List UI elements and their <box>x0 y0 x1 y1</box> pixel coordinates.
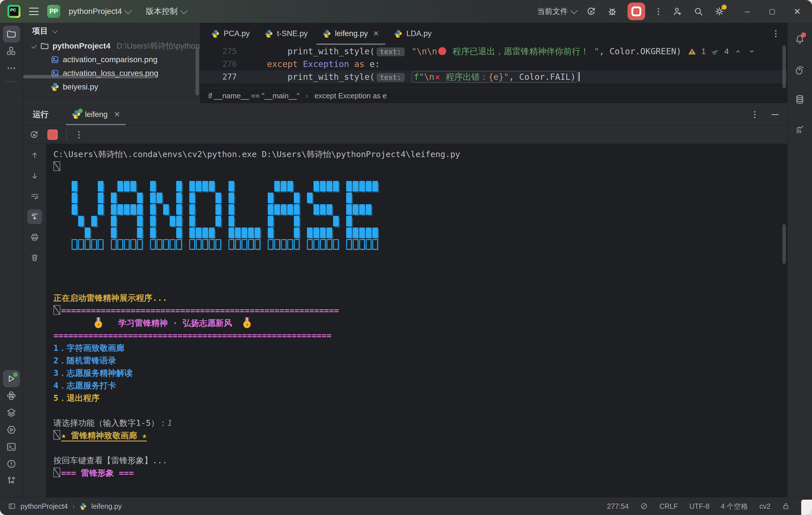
stop-icon[interactable] <box>48 129 58 140</box>
tab-options-icon[interactable] <box>772 30 779 37</box>
indent-setting[interactable]: 4 个空格 <box>721 502 748 511</box>
line-ending[interactable]: CRLF <box>659 502 678 511</box>
database-icon[interactable] <box>791 91 808 108</box>
editor-tab-leifeng-py[interactable]: leifeng.py✕ <box>315 23 386 45</box>
rerun-icon[interactable] <box>585 6 597 17</box>
console-text: 1 <box>167 418 172 428</box>
art-cell <box>215 204 221 215</box>
interpreter[interactable]: cv2 <box>759 502 771 511</box>
art-cell <box>294 204 299 215</box>
rerun-icon[interactable] <box>29 130 39 140</box>
close-button[interactable]: ✕ <box>792 6 802 17</box>
structure-tool-icon[interactable] <box>3 42 20 60</box>
ai-assistant-icon[interactable] <box>791 61 808 78</box>
art-cell <box>111 204 117 215</box>
lock-icon[interactable] <box>782 502 790 510</box>
editor-tab-PCA-py[interactable]: PCA.py <box>204 23 257 45</box>
art-cell <box>235 239 241 250</box>
run-panel-options-icon[interactable] <box>751 111 758 118</box>
scroll-down-icon[interactable] <box>27 169 42 183</box>
file-encoding[interactable]: UTF-8 <box>689 502 709 511</box>
next-issue-icon[interactable] <box>748 47 756 56</box>
run-tool-icon[interactable] <box>3 370 20 387</box>
breadcrumb-item[interactable]: except Exception as e <box>314 91 386 100</box>
vcs-selector[interactable]: 版本控制 <box>146 6 185 17</box>
horizontal-scrollbar[interactable] <box>23 75 154 79</box>
debug-icon[interactable] <box>607 6 618 17</box>
inspection-level-icon[interactable] <box>640 502 648 510</box>
art-cell <box>353 181 358 191</box>
art-cell <box>117 204 123 215</box>
art-cell <box>78 216 84 226</box>
more-icon[interactable] <box>75 131 82 138</box>
search-icon[interactable] <box>693 6 704 17</box>
plots-icon[interactable] <box>791 121 808 138</box>
run-toolbar <box>23 126 787 144</box>
python-icon <box>50 82 59 91</box>
scroll-to-end-icon[interactable] <box>27 209 42 224</box>
add-user-icon[interactable] <box>672 6 683 17</box>
more-actions-icon[interactable] <box>655 8 662 15</box>
stop-button[interactable] <box>628 3 645 20</box>
editor-scrollbar[interactable] <box>782 46 786 88</box>
print-icon[interactable] <box>27 230 42 245</box>
breadcrumb-item[interactable]: if __name__ == "__main__" <box>208 91 299 100</box>
soft-wrap-icon[interactable] <box>27 189 42 204</box>
code-segment: 程序已退出，愿雷锋精神伴你前行！ " <box>447 46 599 56</box>
python-packages-icon[interactable] <box>3 421 20 438</box>
pycharm-window: PC_ PP pythonProject4 版本控制 当前文件 <box>0 0 812 515</box>
image-icon <box>50 55 59 64</box>
clear-console-icon[interactable] <box>27 250 42 265</box>
console-scrollbar[interactable] <box>782 224 786 264</box>
vertical-scrollbar[interactable] <box>196 47 199 95</box>
console-line: 按回车键查看【雷锋形象】... <box>53 454 787 467</box>
art-cell <box>196 181 202 191</box>
code-line-277[interactable]: 277 print_with_style(text: f"\n✕ 程序出错：{e… <box>200 70 787 83</box>
problems-icon[interactable] <box>3 455 20 473</box>
art-cell <box>150 216 156 226</box>
tree-item-activation_comparison-png[interactable]: activation_comparison.png <box>23 53 200 66</box>
editor-tab-t-SNE-py[interactable]: t-SNE.py <box>257 23 315 45</box>
main-menu-icon[interactable] <box>29 8 39 15</box>
close-icon[interactable]: ✕ <box>373 29 379 38</box>
project-tool-icon[interactable] <box>3 26 20 42</box>
services-icon[interactable] <box>3 404 20 421</box>
close-icon[interactable]: ✕ <box>114 110 120 119</box>
console-line: 1．字符画致敬画廊 <box>53 342 787 354</box>
terminal-icon[interactable] <box>3 438 20 455</box>
settings-gear-icon[interactable] <box>714 6 725 17</box>
art-cell <box>255 228 260 238</box>
run-tab-leifeng[interactable]: leifeng ✕ <box>66 104 126 125</box>
python-console-icon[interactable] <box>3 387 20 404</box>
inspection-widget[interactable]: 14 <box>688 47 756 56</box>
art-cell <box>366 228 372 238</box>
run-config-selector[interactable]: 当前文件 <box>537 6 576 17</box>
console-output[interactable]: C:\Users\韩诗怡\.conda\envs\cv2\python.exe … <box>47 144 787 497</box>
status-file[interactable]: leifeng.py <box>91 502 122 511</box>
chevron-down-icon[interactable] <box>52 28 58 33</box>
minimize-button[interactable]: – <box>742 6 752 17</box>
code-line-276[interactable]: 276 except Exception as e: <box>200 58 787 70</box>
project-selector[interactable]: pythonProject4 <box>69 7 130 16</box>
tree-item-beiyesi-py[interactable]: beiyesi.py <box>23 80 200 94</box>
art-cell <box>346 204 352 215</box>
maximize-button[interactable]: ▢ <box>767 6 777 17</box>
tree-item-pythonProject4[interactable]: pythonProject4D:\Users\韩诗怡\python <box>23 39 200 53</box>
art-cell <box>359 228 365 238</box>
status-project[interactable]: pythonProject4 <box>21 502 68 511</box>
art-cell <box>281 181 287 191</box>
hide-panel-icon[interactable] <box>771 114 779 115</box>
console-line <box>53 160 787 173</box>
editor-tab-LDA-py[interactable]: LDA.py <box>386 23 439 45</box>
caret-position[interactable]: 277:54 <box>607 502 629 511</box>
version-control-icon[interactable] <box>3 473 20 489</box>
project-badge[interactable]: PP <box>47 5 60 18</box>
notifications-icon[interactable] <box>791 31 808 48</box>
chevron-down-icon <box>124 7 132 14</box>
art-cell <box>346 228 352 238</box>
prev-issue-icon[interactable] <box>734 47 743 56</box>
expand-chevron-icon[interactable] <box>32 43 37 49</box>
more-tools-icon[interactable] <box>3 60 20 77</box>
art-cell <box>176 204 182 215</box>
scroll-up-icon[interactable] <box>27 148 42 163</box>
